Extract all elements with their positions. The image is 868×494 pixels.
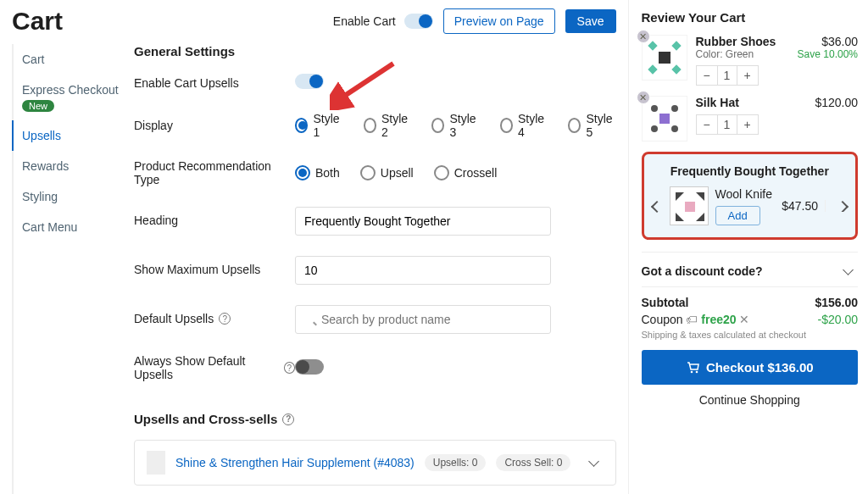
- fbt-highlight-box: Frequently Bought Together Wool Knife Ad…: [642, 152, 859, 240]
- chevron-right-icon[interactable]: [825, 200, 849, 212]
- fbt-name: Wool Knife: [715, 187, 772, 201]
- continue-shopping-link[interactable]: Continue Shopping: [642, 393, 859, 407]
- cart-item-sub: Color: Green: [696, 48, 789, 60]
- qty-minus[interactable]: −: [697, 66, 717, 85]
- cart-item: ✕ Rubber Shoes Color: Green −1+ $36.00 S…: [642, 35, 859, 86]
- sidenav-item-rewards[interactable]: Rewards: [12, 151, 127, 181]
- sidenav-item-cart[interactable]: Cart: [12, 44, 127, 75]
- always-label: Always Show Default Upsells: [134, 354, 279, 381]
- rectype-label: Product Recommendation Type: [134, 159, 295, 186]
- heading-label: Heading: [134, 207, 295, 227]
- subtotal-label: Subtotal: [642, 296, 689, 309]
- max-label: Show Maximum Upsells: [134, 256, 295, 276]
- fbt-thumb: [670, 186, 709, 225]
- chevron-left-icon[interactable]: [651, 200, 663, 212]
- admin-panel: Cart Enable Cart Preview on Page Save Ca…: [0, 0, 628, 494]
- sidenav-item-cartmenu[interactable]: Cart Menu: [12, 212, 127, 242]
- qty-plus[interactable]: +: [737, 115, 758, 134]
- enable-upsells-toggle[interactable]: [295, 74, 324, 89]
- default-upsells-search[interactable]: [295, 305, 551, 334]
- chevron-down-icon[interactable]: [590, 456, 604, 469]
- coupon-label: Coupon: [642, 313, 683, 326]
- side-nav: Cart Express Checkout New Upsells Reward…: [12, 44, 127, 494]
- qty-minus[interactable]: −: [697, 115, 717, 134]
- shipping-fine-print: Shipping & taxes calculated at checkout: [642, 330, 859, 340]
- enable-cart-toggle[interactable]: [404, 14, 433, 29]
- qty-stepper[interactable]: −1+: [696, 65, 759, 86]
- cart-item-name: Silk Hat: [696, 96, 807, 109]
- svg-rect-1: [659, 52, 670, 64]
- fbt-title: Frequently Bought Together: [651, 164, 849, 178]
- cart-item-save: Save 10.00%: [798, 48, 858, 60]
- preview-on-page-button[interactable]: Preview on Page: [443, 8, 555, 34]
- help-icon[interactable]: ?: [219, 313, 231, 325]
- coupon-value: -$20.00: [818, 313, 858, 326]
- svg-point-7: [651, 105, 658, 112]
- preview-panel: Review Your Cart ✕ Rubber Shoes Color: G…: [628, 0, 869, 494]
- svg-point-10: [671, 125, 678, 132]
- product-card[interactable]: Shine & Strengthen Hair Supplement (#408…: [134, 440, 616, 486]
- svg-point-17: [696, 370, 698, 373]
- display-label: Display: [134, 119, 295, 132]
- radio-style-3[interactable]: Style 3: [431, 112, 480, 139]
- help-icon[interactable]: ?: [282, 414, 294, 425]
- checkout-button[interactable]: Checkout $136.00: [642, 350, 859, 385]
- settings-area: General Settings Enable Cart Upsells Dis…: [134, 44, 616, 494]
- discount-toggle[interactable]: Got a discount code?: [642, 252, 859, 287]
- radio-style-5[interactable]: Style 5: [568, 112, 616, 139]
- qty-plus[interactable]: +: [737, 66, 758, 85]
- cart-thumb: ✕: [642, 96, 687, 142]
- sidenav-item-express[interactable]: Express Checkout New: [12, 75, 127, 120]
- upsell-chip: Upsells: 0: [425, 454, 487, 471]
- max-input[interactable]: [295, 256, 551, 285]
- fbt-price: $47.50: [782, 199, 818, 213]
- svg-rect-4: [648, 64, 657, 74]
- svg-marker-11: [676, 192, 684, 201]
- svg-marker-12: [696, 192, 704, 201]
- svg-point-9: [651, 125, 658, 132]
- sidenav-item-upsells[interactable]: Upsells: [12, 120, 127, 151]
- heading-input[interactable]: [295, 207, 551, 236]
- default-label: Default Upsells: [134, 312, 214, 325]
- cart-icon: [686, 361, 699, 375]
- enable-cart-label: Enable Cart: [333, 14, 396, 28]
- svg-point-16: [691, 370, 693, 373]
- remove-coupon-button[interactable]: ✕: [739, 313, 749, 326]
- radio-style-2[interactable]: Style 2: [364, 112, 412, 139]
- product-link[interactable]: Shine & Strengthen Hair Supplement (#408…: [175, 456, 415, 469]
- coupon-code: free20: [701, 313, 736, 326]
- svg-rect-15: [685, 202, 695, 212]
- save-button[interactable]: Save: [565, 9, 616, 33]
- admin-header: Cart Enable Cart Preview on Page Save: [12, 7, 616, 36]
- new-badge: New: [22, 100, 54, 112]
- cart-item-name: Rubber Shoes: [696, 35, 789, 48]
- svg-rect-5: [671, 64, 681, 74]
- chevron-down-icon: [844, 264, 858, 278]
- remove-item-button[interactable]: ✕: [637, 91, 650, 104]
- radio-style-4[interactable]: Style 4: [500, 112, 548, 139]
- sidenav-item-label: Express Checkout: [22, 83, 119, 97]
- product-thumb: [147, 451, 165, 475]
- cross-section-title: Upsells and Cross-sells: [134, 412, 277, 426]
- radio-crossell[interactable]: Crossell: [434, 165, 498, 180]
- radio-both[interactable]: Both: [295, 165, 340, 180]
- section-title: General Settings: [134, 44, 616, 58]
- tag-icon: 🏷: [686, 313, 698, 326]
- help-icon[interactable]: ?: [284, 362, 295, 374]
- sidenav-item-styling[interactable]: Styling: [12, 181, 127, 212]
- cross-chip: Cross Sell: 0: [496, 454, 570, 471]
- preview-title: Review Your Cart: [642, 10, 859, 25]
- radio-style-1[interactable]: Style 1: [295, 112, 343, 139]
- svg-point-8: [671, 105, 678, 112]
- svg-marker-14: [696, 213, 704, 221]
- svg-rect-3: [671, 41, 681, 50]
- radio-upsell[interactable]: Upsell: [360, 165, 414, 180]
- enable-upsells-label: Enable Cart Upsells: [134, 76, 295, 90]
- remove-item-button[interactable]: ✕: [637, 30, 650, 43]
- svg-rect-2: [648, 41, 657, 50]
- checkout-label: Checkout $136.00: [706, 360, 814, 375]
- rectype-radio-group: Both Upsell Crossell: [295, 165, 616, 180]
- always-default-toggle[interactable]: [295, 359, 324, 375]
- fbt-add-button[interactable]: Add: [715, 206, 760, 225]
- qty-stepper[interactable]: −1+: [696, 114, 759, 135]
